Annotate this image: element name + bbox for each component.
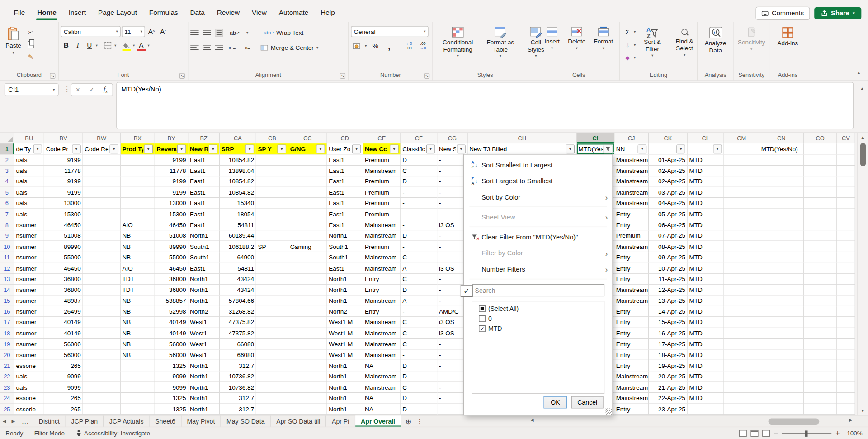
cell-CM-15[interactable] bbox=[724, 296, 760, 306]
cell-CO-25[interactable] bbox=[804, 404, 837, 415]
cell-CE-5[interactable]: Premium bbox=[363, 187, 401, 198]
sheet-overflow-button[interactable]: ... bbox=[18, 415, 33, 426]
row-header-4[interactable]: 4 bbox=[0, 177, 14, 187]
cell-CA-23[interactable]: 10736.82 bbox=[220, 382, 256, 393]
menu-item-clear-filter-from-mtd-yes-no[interactable]: ×Clear Filter From "MTD(Yes/No)" bbox=[464, 229, 612, 245]
cell-BU-20[interactable]: nsumer bbox=[14, 349, 44, 360]
cell-BX-9[interactable]: NB bbox=[121, 230, 155, 241]
header-cell-CD[interactable]: User Zo▾ bbox=[327, 143, 363, 154]
cell-BU-25[interactable]: essorie bbox=[14, 404, 44, 415]
accounting-format-button[interactable] bbox=[351, 40, 361, 51]
column-header-BU[interactable]: BU bbox=[14, 133, 44, 143]
cell-BX-14[interactable]: TDT bbox=[121, 285, 155, 296]
cell-CB-7[interactable] bbox=[256, 209, 288, 220]
cell-BX-2[interactable] bbox=[121, 155, 155, 166]
cell-BX-4[interactable] bbox=[121, 177, 155, 187]
cell-CC-6[interactable] bbox=[288, 198, 327, 209]
cell-CO-18[interactable] bbox=[804, 328, 837, 339]
cell-BW-17[interactable] bbox=[83, 317, 121, 328]
filter-dropdown-icon-CH[interactable]: ▾ bbox=[566, 144, 575, 153]
cell-CA-15[interactable]: 57804.66 bbox=[220, 296, 256, 306]
cell-BV-15[interactable]: 48987 bbox=[44, 296, 83, 306]
cell-CB-2[interactable] bbox=[256, 155, 288, 166]
cell-CN-14[interactable] bbox=[760, 285, 804, 296]
cell-BW-15[interactable] bbox=[83, 296, 121, 306]
cell-CB-25[interactable] bbox=[256, 404, 288, 415]
cell-BW-16[interactable] bbox=[83, 306, 121, 317]
cell-CC-20[interactable] bbox=[288, 349, 327, 360]
cell-CA-25[interactable]: 312.7 bbox=[220, 404, 256, 415]
cell-CJ-18[interactable]: Entry bbox=[614, 328, 649, 339]
cell-BV-10[interactable]: 89990 bbox=[44, 241, 83, 252]
cell-CC-23[interactable] bbox=[288, 382, 327, 393]
cell-BU-23[interactable]: uals bbox=[14, 382, 44, 393]
row-header-15[interactable]: 15 bbox=[0, 296, 14, 306]
cell-BU-2[interactable]: uals bbox=[14, 155, 44, 166]
cell-CM-20[interactable] bbox=[724, 349, 760, 360]
number-dialog-launcher[interactable]: ↘ bbox=[424, 73, 429, 79]
cell-CM-21[interactable] bbox=[724, 360, 760, 371]
cell-CL-11[interactable]: MTD bbox=[688, 252, 724, 263]
cell-BY-7[interactable]: 15300 bbox=[155, 209, 188, 220]
cell-CC-15[interactable] bbox=[288, 296, 327, 306]
cell-CD-22[interactable]: North1 bbox=[327, 371, 363, 382]
cell-CK-17[interactable]: 15-Apr-25 bbox=[649, 317, 688, 328]
cell-CA-24[interactable]: 312.7 bbox=[220, 393, 256, 404]
cell-CN-13[interactable] bbox=[760, 274, 804, 285]
cell-CD-21[interactable]: North1 bbox=[327, 360, 363, 371]
header-cell-BY[interactable]: Revenu▾ bbox=[155, 143, 188, 154]
cell-BX-24[interactable] bbox=[121, 393, 155, 404]
cell-CF-22[interactable]: D bbox=[401, 371, 438, 382]
cell-BY-15[interactable]: 538857 bbox=[155, 296, 188, 306]
cell-CF-7[interactable]: - bbox=[401, 209, 438, 220]
cell-BW-18[interactable] bbox=[83, 328, 121, 339]
cell-CJ-15[interactable]: Mainstream bbox=[614, 296, 649, 306]
cell-CE-20[interactable]: Mainstream bbox=[363, 349, 401, 360]
header-cell-CM[interactable] bbox=[724, 143, 760, 154]
cell-CE-12[interactable]: Mainstream bbox=[363, 263, 401, 274]
cell-CB-21[interactable] bbox=[256, 360, 288, 371]
cell-CB-11[interactable] bbox=[256, 252, 288, 263]
cell-CC-12[interactable] bbox=[288, 263, 327, 274]
column-header-CE[interactable]: CE bbox=[363, 133, 401, 143]
cell-CD-7[interactable]: East1 bbox=[327, 209, 363, 220]
cell-CM-11[interactable] bbox=[724, 252, 760, 263]
cell-CC-3[interactable] bbox=[288, 166, 327, 177]
cell-CL-20[interactable]: MTD bbox=[688, 349, 724, 360]
cell-CJ-23[interactable]: Mainstream bbox=[614, 382, 649, 393]
sheet-tab-sheet6[interactable]: Sheet6 bbox=[150, 415, 181, 426]
cell-CK-19[interactable]: 17-Apr-25 bbox=[649, 339, 688, 350]
cell-CA-11[interactable]: 64900 bbox=[220, 252, 256, 263]
ribbon-tab-home[interactable]: Home bbox=[31, 4, 62, 22]
cell-CM-3[interactable] bbox=[724, 166, 760, 177]
column-header-BZ[interactable]: BZ bbox=[188, 133, 220, 143]
cell-CE-25[interactable]: NA bbox=[363, 404, 401, 415]
header-cell-CF[interactable]: Classific▾ bbox=[401, 143, 438, 154]
cell-BY-14[interactable]: 36800 bbox=[155, 285, 188, 296]
cell-CF-23[interactable]: C bbox=[401, 382, 438, 393]
header-cell-BW[interactable]: Code Re▾ bbox=[83, 143, 121, 154]
cell-BU-5[interactable]: uals bbox=[14, 187, 44, 198]
cell-BY-23[interactable]: 9099 bbox=[155, 382, 188, 393]
cell-BV-23[interactable]: 9099 bbox=[44, 382, 83, 393]
cell-BX-21[interactable] bbox=[121, 360, 155, 371]
cell-CK-8[interactable]: 06-Apr-25 bbox=[649, 220, 688, 230]
increase-indent-button[interactable]: ⇥≡ bbox=[241, 42, 252, 53]
row-header-24[interactable]: 24 bbox=[0, 393, 14, 404]
accessibility-status[interactable]: Accessibility: Investigate bbox=[70, 430, 156, 437]
cell-CL-15[interactable]: MTD bbox=[688, 296, 724, 306]
menu-item-sheet-view[interactable]: Sheet View› bbox=[464, 209, 612, 225]
conditional-formatting-button[interactable]: Conditional Formatting ▾ bbox=[435, 24, 480, 61]
cell-BY-11[interactable]: 55000 bbox=[155, 252, 188, 263]
cell-BV-6[interactable]: 13000 bbox=[44, 198, 83, 209]
cell-CA-10[interactable]: 106188.2 bbox=[220, 241, 256, 252]
cell-BY-13[interactable]: 36800 bbox=[155, 274, 188, 285]
cell-BV-18[interactable]: 40149 bbox=[44, 328, 83, 339]
insert-function-button[interactable]: fx bbox=[104, 85, 108, 94]
cell-CF-12[interactable]: A bbox=[401, 263, 438, 274]
cell-CK-3[interactable]: 02-Apr-25 bbox=[649, 166, 688, 177]
cell-BZ-15[interactable]: North1 bbox=[188, 296, 220, 306]
cell-CK-4[interactable]: 02-Apr-25 bbox=[649, 177, 688, 187]
cell-CN-7[interactable] bbox=[760, 209, 804, 220]
cell-CE-21[interactable]: NA bbox=[363, 360, 401, 371]
